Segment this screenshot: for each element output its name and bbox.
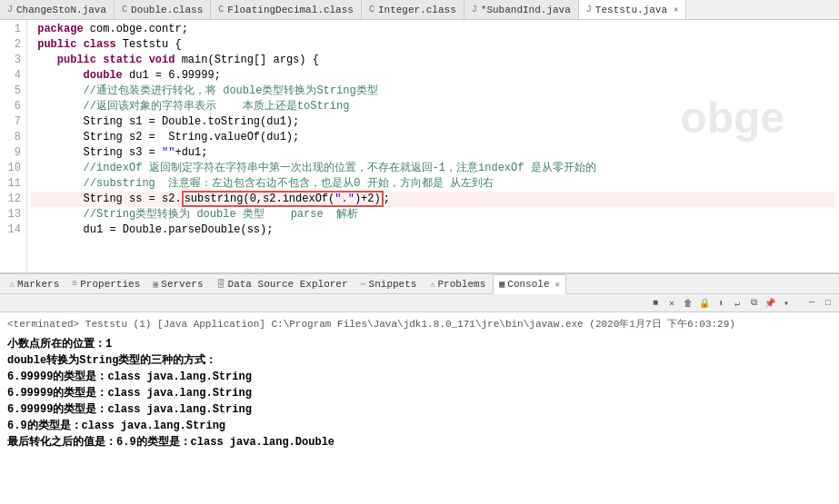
console-line-6: 6.9的类型是：class java.lang.String	[7, 418, 832, 434]
class-file-icon2: C	[218, 5, 224, 15]
bottom-tab-bar: ⚠ Markers ≡ Properties ▣ Servers 🗄 Data …	[0, 274, 839, 294]
code-line-2: public class Teststu {	[31, 37, 835, 53]
code-line-11: //substring 注意喔：左边包含右边不包含，也是从0 开始，方向都是 从…	[31, 176, 835, 192]
scroll-end-button[interactable]: ⬇	[714, 296, 728, 311]
code-line-14: du1 = Double.parseDouble(ss);	[31, 222, 835, 238]
properties-label: Properties	[80, 279, 140, 290]
clear-console-button[interactable]: 🗑	[681, 296, 695, 311]
tab-close-icon[interactable]: ✕	[674, 5, 678, 15]
minimize-button[interactable]: ─	[804, 296, 819, 311]
problems-label: Problems	[437, 279, 485, 290]
scroll-lock-button[interactable]: 🔒	[697, 296, 712, 311]
code-line-10: //indexOf 返回制定字符在字符串中第一次出现的位置，不存在就返回-1，注…	[31, 161, 835, 176]
problems-icon: ⚠	[429, 279, 434, 290]
tab-data-source[interactable]: 🗄 Data Source Explorer	[211, 274, 354, 293]
code-line-13: //String类型转换为 double 类型 parse 解析	[31, 207, 835, 222]
tab-snippets[interactable]: ✂ Snippets	[355, 274, 423, 293]
tab-floating-decimal[interactable]: C FloatingDecimal.class	[211, 0, 362, 19]
servers-icon: ▣	[153, 279, 158, 290]
console-line-3: 6.99999的类型是：class java.lang.String	[7, 369, 832, 385]
tab-double-class[interactable]: C Double.class	[115, 0, 211, 19]
console-icon: ▦	[499, 279, 504, 290]
console-line-1: 小数点所在的位置：1	[7, 336, 832, 352]
open-console-button[interactable]: ⧉	[746, 296, 761, 311]
editor-tab-bar: J ChangeStoN.java C Double.class C Float…	[0, 0, 839, 20]
terminated-line: <terminated> Teststu (1) [Java Applicati…	[7, 316, 832, 332]
java-file-icon: J	[7, 5, 13, 15]
markers-label: Markers	[17, 279, 59, 290]
maximize-button[interactable]: □	[821, 296, 835, 311]
code-line-9: String s3 = ""+du1;	[31, 145, 835, 161]
tab-subandind[interactable]: J *SubandInd.java	[464, 0, 579, 19]
class-file-icon3: C	[369, 5, 375, 15]
pin-button[interactable]: 📌	[763, 296, 777, 311]
console-label: Console	[507, 279, 549, 290]
tab-label: ChangeStoN.java	[16, 5, 106, 15]
properties-icon: ≡	[72, 279, 77, 289]
tab-label: Integer.class	[378, 5, 456, 15]
code-line-3: public static void main(String[] args) {	[31, 53, 835, 68]
console-toolbar: ■ ✕ 🗑 🔒 ⬇ ↵ ⧉ 📌 ▾ ─ □	[0, 294, 839, 312]
java-file-icon2: J	[472, 5, 477, 15]
tab-integer-class[interactable]: C Integer.class	[362, 0, 464, 19]
tab-label: *SubandInd.java	[481, 5, 571, 15]
console-line-5: 6.99999的类型是：class java.lang.String	[7, 401, 832, 418]
bottom-section: ⚠ Markers ≡ Properties ▣ Servers 🗄 Data …	[0, 274, 839, 504]
tab-label: Double.class	[131, 5, 203, 15]
markers-icon: ⚠	[9, 279, 15, 290]
code-line-1: package com.obge.contr;	[31, 22, 835, 37]
remove-launch-button[interactable]: ✕	[664, 296, 679, 311]
console-output: <terminated> Teststu (1) [Java Applicati…	[0, 312, 839, 504]
snippets-icon: ✂	[361, 279, 366, 290]
tab-console[interactable]: ▦ Console ✕	[493, 274, 566, 294]
snippets-label: Snippets	[369, 279, 417, 290]
code-line-8: String s2 = String.valueOf(du1);	[31, 130, 835, 145]
code-line-7: String s1 = Double.toString(du1);	[31, 114, 835, 130]
tab-label: Teststu.java	[595, 5, 667, 15]
tab-markers[interactable]: ⚠ Markers	[4, 274, 65, 293]
word-wrap-button[interactable]: ↵	[730, 296, 744, 311]
data-source-label: Data Source Explorer	[228, 279, 348, 290]
console-line-2: double转换为String类型的三种的方式：	[7, 352, 832, 369]
data-source-icon: 🗄	[216, 279, 225, 290]
code-line-12: String ss = s2.substring(0,s2.indexOf(".…	[31, 192, 835, 207]
class-file-icon: C	[122, 5, 127, 15]
tab-problems[interactable]: ⚠ Problems	[424, 274, 491, 293]
view-menu-button[interactable]: ▾	[779, 296, 794, 311]
code-line-5: //通过包装类进行转化，将 double类型转换为String类型	[31, 84, 835, 99]
line-numbers: 12345 678910 11121314	[0, 20, 27, 272]
code-text-area[interactable]: package com.obge.contr; public class Tes…	[27, 20, 839, 272]
tab-label: FloatingDecimal.class	[227, 5, 354, 15]
tab-servers[interactable]: ▣ Servers	[147, 274, 208, 293]
console-line-4: 6.99999的类型是：class java.lang.String	[7, 385, 832, 401]
servers-label: Servers	[161, 279, 203, 290]
tab-change-sto-n[interactable]: J ChangeStoN.java	[0, 0, 115, 19]
code-editor: obge 12345 678910 11121314 package com.o…	[0, 20, 839, 274]
java-file-icon3: J	[586, 5, 592, 15]
tab-properties[interactable]: ≡ Properties	[66, 274, 145, 293]
code-line-6: //返回该对象的字符串表示 本质上还是toString	[31, 99, 835, 114]
code-line-4: double du1 = 6.99999;	[31, 68, 835, 84]
tab-teststu[interactable]: J Teststu.java ✕	[579, 0, 687, 20]
console-close-icon[interactable]: ✕	[555, 280, 560, 290]
terminate-button[interactable]: ■	[648, 296, 663, 311]
console-line-7: 最后转化之后的值是：6.9的类型是：class java.lang.Double	[7, 434, 832, 450]
